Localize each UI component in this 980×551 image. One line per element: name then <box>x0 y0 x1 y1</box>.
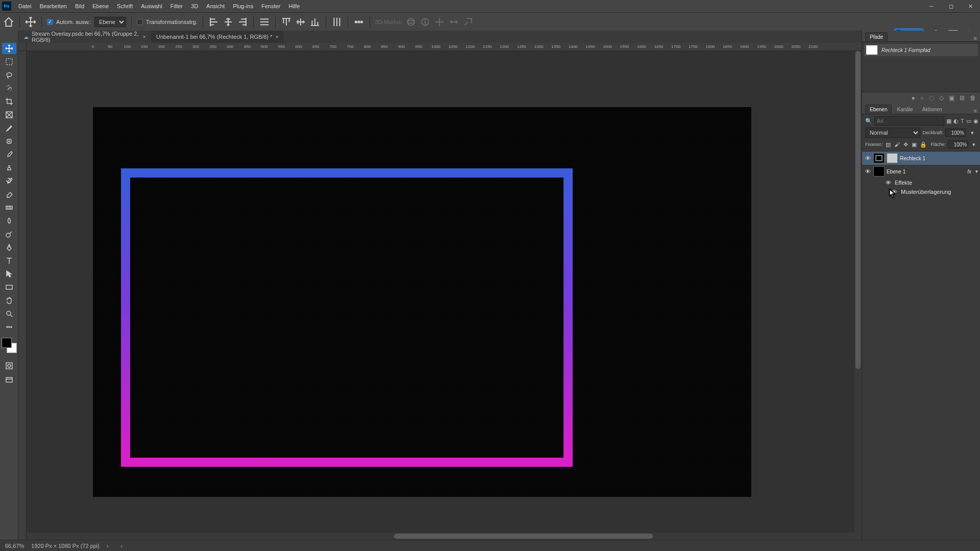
screen-mode-button[interactable] <box>2 374 16 386</box>
effect-visibility-toggle[interactable]: 👁 <box>891 189 898 195</box>
move-tool[interactable] <box>2 43 16 54</box>
quick-mask-button[interactable] <box>2 360 16 371</box>
color-swatches[interactable] <box>2 338 17 353</box>
menu-item[interactable]: Bild <box>71 0 88 12</box>
chevron-down-icon[interactable]: ▾ <box>970 140 977 149</box>
filter-type-icon[interactable]: T <box>961 116 964 126</box>
layer-thumbnail[interactable] <box>873 166 885 177</box>
fill-path-button[interactable]: ● <box>912 94 915 102</box>
new-path-button[interactable]: ⊞ <box>960 94 965 102</box>
document-tab[interactable]: Unbenannt-1 bei 66,7% (Rechteck 1, RGB/8… <box>151 31 284 43</box>
filter-pixel-icon[interactable]: ▦ <box>946 116 951 126</box>
hand-tool[interactable] <box>2 295 16 306</box>
history-brush-tool[interactable] <box>2 176 16 187</box>
transform-controls-checkbox[interactable] <box>137 19 143 25</box>
layers-panel-menu-button[interactable]: ≡ <box>974 108 977 114</box>
blend-mode-dropdown[interactable]: Normal <box>865 128 920 138</box>
distribute-vertical-button[interactable] <box>331 16 342 28</box>
marquee-tool[interactable] <box>2 56 16 67</box>
lock-artboard-button[interactable]: ▣ <box>911 140 918 149</box>
actions-tab[interactable]: Aktionen <box>918 105 946 114</box>
scrollbar-thumb[interactable] <box>394 534 653 539</box>
window-minimize-button[interactable]: ─ <box>922 0 941 12</box>
filter-shape-icon[interactable]: ▭ <box>966 116 971 126</box>
artboard[interactable] <box>93 107 751 497</box>
dodge-tool[interactable] <box>2 229 16 240</box>
chevron-down-icon[interactable]: ▾ <box>968 128 977 137</box>
menu-item[interactable]: Schrift <box>113 0 137 12</box>
menu-item[interactable]: Ebene <box>88 0 113 12</box>
blur-tool[interactable] <box>2 215 16 227</box>
horizontal-scrollbar[interactable] <box>27 533 862 540</box>
layer-filter-input[interactable] <box>874 116 944 126</box>
make-work-path-button[interactable]: ◇ <box>939 94 944 102</box>
layer-effects-indicator[interactable]: fx <box>967 169 971 174</box>
chevron-left-icon[interactable]: ‹ <box>121 543 123 549</box>
paths-panel-menu-button[interactable]: ≡ <box>974 35 977 41</box>
add-mask-button[interactable]: ▣ <box>949 94 954 102</box>
layer-thumbnail[interactable] <box>873 153 885 163</box>
lock-position-button[interactable]: ✥ <box>902 140 909 149</box>
crop-tool[interactable] <box>2 96 16 107</box>
more-options-button[interactable] <box>353 16 364 28</box>
gradient-tool[interactable] <box>2 202 16 213</box>
fill-input[interactable] <box>948 140 968 148</box>
window-close-button[interactable]: ✕ <box>961 0 980 12</box>
eraser-tool[interactable] <box>2 189 16 200</box>
close-tab-button[interactable]: × <box>143 34 146 40</box>
document-info[interactable]: 1920 Px × 1080 Px (72 ppi) <box>31 543 100 549</box>
edit-toolbar-button[interactable] <box>2 321 16 333</box>
close-tab-button[interactable]: × <box>275 34 278 40</box>
type-tool[interactable] <box>2 255 16 266</box>
vertical-scrollbar[interactable] <box>854 51 862 533</box>
paths-tab[interactable]: Pfade <box>865 32 888 41</box>
window-maximize-button[interactable]: ◻ <box>941 0 961 12</box>
rectangle-shape-layer[interactable] <box>121 168 573 467</box>
align-vertical-centers-button[interactable] <box>295 16 306 28</box>
layers-tab[interactable]: Ebenen <box>865 105 892 114</box>
vertical-ruler[interactable] <box>18 51 27 540</box>
layer-effects-header[interactable]: 👁 Effekte <box>862 178 980 187</box>
effect-visibility-toggle[interactable]: 👁 <box>885 180 892 186</box>
path-selection-tool[interactable] <box>2 268 16 280</box>
layer-effect-item[interactable]: 👁 Musterüberlagerung <box>862 187 980 196</box>
zoom-level[interactable]: 66,67% <box>5 543 24 549</box>
auto-select-checkbox[interactable]: ✓ <box>47 19 53 25</box>
layer-visibility-toggle[interactable]: 👁 <box>864 168 871 174</box>
brush-tool[interactable] <box>2 149 16 160</box>
frame-tool[interactable] <box>2 109 16 120</box>
align-horizontal-centers-button[interactable] <box>223 16 234 28</box>
filter-adjustment-icon[interactable]: ◐ <box>953 116 959 126</box>
stroke-path-button[interactable]: ○ <box>920 94 924 102</box>
lasso-tool[interactable] <box>2 69 16 81</box>
chevron-down-icon[interactable]: ▾ <box>975 169 978 174</box>
foreground-color-swatch[interactable] <box>2 338 12 348</box>
layer-visibility-toggle[interactable]: 👁 <box>864 155 871 161</box>
align-left-edges-button[interactable] <box>208 16 219 28</box>
opacity-input[interactable] <box>945 129 966 137</box>
lock-pixels-button[interactable]: 🖌 <box>894 140 900 149</box>
layer-name[interactable]: Ebene 1 <box>887 169 905 174</box>
magic-wand-tool[interactable] <box>2 83 16 94</box>
layer-name[interactable]: Rechteck 1 <box>900 156 925 161</box>
eyedropper-tool[interactable] <box>2 122 16 134</box>
auto-select-target-dropdown[interactable]: Ebene <box>94 17 126 27</box>
pen-tool[interactable] <box>2 242 16 253</box>
document-tab[interactable]: ☁ Stream Overlay.psdc bei 66,7% (Gruppe … <box>18 31 151 43</box>
zoom-tool[interactable] <box>2 308 16 319</box>
scrollbar-thumb[interactable] <box>855 51 861 369</box>
distribute-horizontal-button[interactable] <box>259 16 270 28</box>
path-item[interactable]: Rechteck 1 Formpfad <box>864 44 978 56</box>
load-path-selection-button[interactable]: ◌ <box>929 94 934 102</box>
menu-item[interactable]: Ansicht <box>202 0 229 12</box>
menu-item[interactable]: Bearbeiten <box>36 0 71 12</box>
delete-path-button[interactable]: 🗑 <box>970 94 976 102</box>
menu-item[interactable]: Datei <box>14 0 36 12</box>
menu-item[interactable]: Hilfe <box>284 0 304 12</box>
menu-item[interactable]: 3D <box>187 0 202 12</box>
ruler-origin[interactable] <box>18 43 27 51</box>
align-bottom-edges-button[interactable] <box>309 16 321 28</box>
filter-smart-icon[interactable]: ◉ <box>973 116 978 126</box>
clone-stamp-tool[interactable] <box>2 162 16 173</box>
align-top-edges-button[interactable] <box>281 16 292 28</box>
